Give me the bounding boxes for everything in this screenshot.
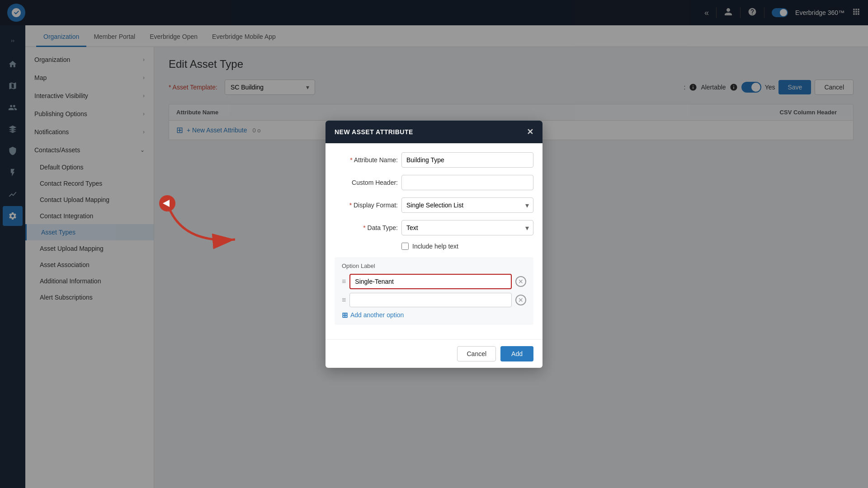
data-type-select-wrapper: Text Number Date — [401, 220, 533, 235]
custom-header-row: Custom Header: — [335, 175, 533, 190]
modal-footer: Cancel Add — [326, 339, 542, 368]
data-type-row: Data Type: Text Number Date — [335, 220, 533, 235]
modal-title: NEW ASSET ATTRIBUTE — [335, 128, 413, 136]
new-asset-attribute-modal: NEW ASSET ATTRIBUTE ✕ Attribute Name: Cu… — [326, 121, 542, 368]
display-format-select[interactable]: Single Selection List Multi Selection Li… — [401, 197, 533, 213]
modal-body: Attribute Name: Custom Header: Display F… — [326, 143, 542, 339]
option-input-1[interactable] — [349, 274, 512, 289]
drag-handle-icon-2[interactable]: ≡ — [342, 296, 346, 304]
add-option-label: Add another option — [350, 311, 404, 319]
add-option-row[interactable]: ⊞ Add another option — [342, 311, 526, 319]
include-help-text-row: Include help text — [401, 243, 533, 250]
option-remove-button-1[interactable]: ✕ — [515, 276, 526, 287]
drag-handle-icon-1[interactable]: ≡ — [342, 277, 346, 286]
option-remove-button-2[interactable]: ✕ — [515, 295, 526, 305]
modal-cancel-button[interactable]: Cancel — [457, 346, 496, 361]
attribute-name-row: Attribute Name: — [335, 152, 533, 168]
options-section: Option Label ≡ ✕ ≡ ✕ ⊞ Add another optio… — [335, 257, 533, 325]
data-type-label: Data Type: — [335, 224, 398, 231]
include-help-text-checkbox[interactable] — [401, 243, 409, 250]
custom-header-label: Custom Header: — [335, 179, 398, 186]
display-format-row: Display Format: Single Selection List Mu… — [335, 197, 533, 213]
plus-option-icon: ⊞ — [342, 311, 348, 319]
option-label-header: Option Label — [342, 263, 526, 269]
modal-header: NEW ASSET ATTRIBUTE ✕ — [326, 121, 542, 143]
modal-overlay: NEW ASSET ATTRIBUTE ✕ Attribute Name: Cu… — [0, 0, 868, 488]
display-format-select-wrapper: Single Selection List Multi Selection Li… — [401, 197, 533, 213]
attribute-name-label: Attribute Name: — [335, 156, 398, 164]
data-type-select[interactable]: Text Number Date — [401, 220, 533, 235]
include-help-text-label: Include help text — [412, 243, 458, 250]
option-row-1: ≡ ✕ — [342, 274, 526, 289]
option-row-2: ≡ ✕ — [342, 293, 526, 307]
attribute-name-input[interactable] — [401, 152, 533, 168]
modal-close-button[interactable]: ✕ — [527, 127, 534, 137]
option-input-2[interactable] — [349, 293, 512, 307]
modal-add-button[interactable]: Add — [500, 346, 533, 361]
display-format-label: Display Format: — [335, 202, 398, 209]
custom-header-input[interactable] — [401, 175, 533, 190]
